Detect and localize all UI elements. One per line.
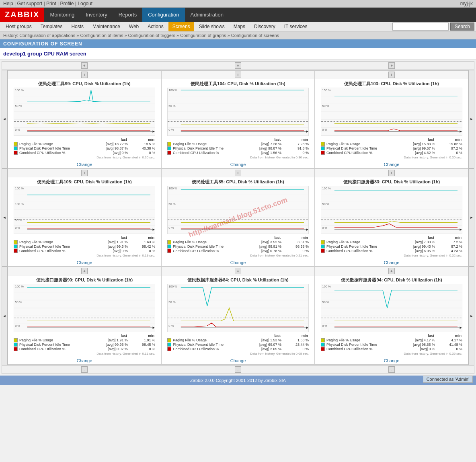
graph-8-title: 便民数据库服务器84: CPU, Disk % Utilization (1h) (167, 277, 309, 283)
left-row3-btn[interactable]: ◄ (2, 267, 7, 365)
right-row1-btn[interactable]: ► (469, 70, 474, 168)
subnav-actions[interactable]: Actions (144, 22, 167, 31)
right-row3-btn[interactable]: ► (469, 267, 474, 365)
subnav-maps[interactable]: Maps (230, 22, 249, 31)
graph-8-legend: last min Paging File % Usage [avg] 1.53 … (167, 334, 309, 355)
help-link[interactable]: Help (3, 1, 13, 6)
graph-6-legend: last min Paging File % Usage [avg] 7.33 … (321, 236, 462, 257)
subnav-screens[interactable]: Screens (168, 22, 194, 31)
main-content: + + + ◄ ◄ ◄ + 便民处理工具99 (0, 60, 476, 376)
change-anchor-5[interactable]: Change (230, 260, 246, 265)
left-row1-btn[interactable]: ◄ (2, 70, 7, 168)
subnav-templates[interactable]: Templates (37, 22, 67, 31)
subnav-slide-shows[interactable]: Slide shows (195, 22, 229, 31)
nav-administration[interactable]: Administration (185, 8, 229, 22)
graph-2-area: 100 % 50 % 0 % (167, 88, 309, 136)
svg-text:0 %: 0 % (168, 324, 174, 328)
screen-grid: + 便民处理工具99: CPU, Disk % Utilization (1h) (7, 70, 469, 365)
graph-8-area: 100 % 50 % 0 % (167, 284, 309, 332)
svg-text:100 %: 100 % (322, 187, 331, 190)
svg-text:50 %: 50 % (168, 301, 176, 304)
cell-2-2: + http://warmaid.blog.51cto.com 便民处理工具85… (161, 168, 315, 267)
search-button[interactable]: Search (450, 23, 474, 31)
legend-color-1 (14, 142, 18, 146)
svg-text:50 %: 50 % (168, 105, 176, 108)
cell-3-2: + 便民数据库服务器84: CPU, Disk % Utilization (1… (161, 267, 315, 365)
logout-link[interactable]: Logout (78, 1, 92, 6)
get-support-link[interactable]: Get support (17, 1, 43, 6)
nav-configuration[interactable]: Configuration (142, 8, 185, 22)
add-col1-bottom-btn[interactable]: - (81, 366, 88, 373)
add-btn-3-1[interactable]: + (81, 268, 88, 274)
add-col2-top-btn[interactable]: + (235, 62, 241, 69)
add-col1-top-btn[interactable]: + (81, 62, 88, 69)
graph-7-area: 100 % 50 % 0 % (14, 284, 155, 332)
change-anchor-6[interactable]: Change (384, 260, 400, 265)
graph-5-area: 100 % 50 % 0 % (167, 186, 309, 234)
legend-color-3 (14, 151, 18, 155)
connected-info: Connected as 'Admin' (423, 376, 473, 383)
graph-9-title: 便民数据库服务器94: CPU, Disk % Utilization (1h) (321, 277, 462, 283)
right-col-ctrl: ► ► ► (469, 70, 474, 365)
add-col3-top-btn[interactable]: + (388, 62, 395, 69)
svg-text:100 %: 100 % (168, 187, 177, 190)
logo-nav: ZABBIX Monitoring Inventory Reports Conf… (0, 8, 476, 22)
subnav-hosts[interactable]: Hosts (67, 22, 88, 31)
profile-link[interactable]: Profile (60, 1, 74, 6)
change-anchor-8[interactable]: Change (230, 358, 246, 363)
svg-text:0 %: 0 % (15, 324, 21, 328)
graph-5-legend: last min Paging File % Usage [avg] 3.52 … (167, 236, 309, 257)
breadcrumb: History: Configuration of applications »… (0, 32, 476, 39)
left-row2-btn[interactable]: ◄ (2, 168, 7, 267)
add-btn-3-2[interactable]: + (235, 268, 241, 274)
graph-8: 便民数据库服务器84: CPU, Disk % Utilization (1h)… (162, 275, 314, 357)
add-col2-bottom-btn[interactable]: - (235, 366, 241, 373)
svg-text:100 %: 100 % (15, 203, 24, 206)
subnav-web[interactable]: Web (125, 22, 143, 31)
graph-5: 便民处理工具85: CPU, Disk % Utilization (1h) 1… (162, 177, 314, 259)
add-btn-3-3[interactable]: + (388, 268, 395, 274)
subnav-discovery[interactable]: Discovery (250, 22, 279, 31)
footer-text: Zabbix 2.0.0 Copyright 2001-2012 by Zabb… (190, 378, 286, 383)
change-anchor-7[interactable]: Change (77, 358, 92, 363)
add-btn-1-3[interactable]: + (388, 72, 395, 78)
sub-nav: Host groups Templates Hosts Maintenance … (0, 22, 476, 32)
add-btn-2-3[interactable]: + (388, 170, 395, 176)
add-col3-bottom-btn[interactable]: - (388, 366, 395, 373)
svg-text:50 %: 50 % (322, 301, 329, 304)
graph-2: 便民处理工具104: CPU, Disk % Utilization (1h) … (162, 79, 314, 161)
change-link-7: Change (8, 357, 161, 364)
cell-2-3: + 便民接口服务器83: CPU, Disk % Utilization (1h… (315, 168, 468, 267)
subnav-maintenance[interactable]: Maintenance (88, 22, 124, 31)
change-anchor-9[interactable]: Change (384, 358, 400, 363)
change-link-1: Change (8, 161, 161, 168)
svg-text:50 %: 50 % (322, 203, 329, 206)
nav-inventory[interactable]: Inventory (80, 8, 113, 22)
change-link-4: Change (8, 259, 161, 266)
search-input[interactable] (392, 23, 449, 31)
nav-reports[interactable]: Reports (113, 8, 143, 22)
add-btn-2-1[interactable]: + (81, 170, 88, 176)
graph-3-legend: last min Paging File % Usage [avg] 15.83… (321, 138, 462, 159)
graph-4: 便民处理工具105: CPU, Disk % Utilization (1h) … (8, 177, 161, 259)
subnav-it-services[interactable]: IT services (280, 22, 312, 31)
graph-3-area: 150 % 50 % 0 % (321, 88, 462, 136)
change-anchor-3[interactable]: Change (384, 162, 400, 167)
add-btn-2-2[interactable]: + (235, 170, 241, 176)
svg-text:100 %: 100 % (15, 88, 24, 92)
graph-3-title: 便民处理工具103: CPU, Disk % Utilization (1h) (321, 81, 462, 87)
right-row2-btn[interactable]: ► (469, 168, 474, 267)
change-anchor-4[interactable]: Change (77, 260, 92, 265)
change-link-2: Change (162, 161, 314, 168)
top-user: myj-jk (460, 1, 473, 6)
nav-monitoring[interactable]: Monitoring (44, 8, 80, 22)
add-btn-1-1[interactable]: + (81, 72, 88, 78)
print-link[interactable]: Print (46, 1, 56, 6)
change-anchor-1[interactable]: Change (77, 162, 92, 167)
svg-text:100 %: 100 % (322, 285, 331, 288)
subnav-host-groups[interactable]: Host groups (2, 22, 36, 31)
cell-2-1: + 便民处理工具105: CPU, Disk % Utilization (1h… (8, 168, 161, 267)
add-btn-1-2[interactable]: + (235, 72, 241, 78)
change-anchor-2[interactable]: Change (230, 162, 246, 167)
graph-6: 便民接口服务器83: CPU, Disk % Utilization (1h) … (315, 177, 468, 259)
